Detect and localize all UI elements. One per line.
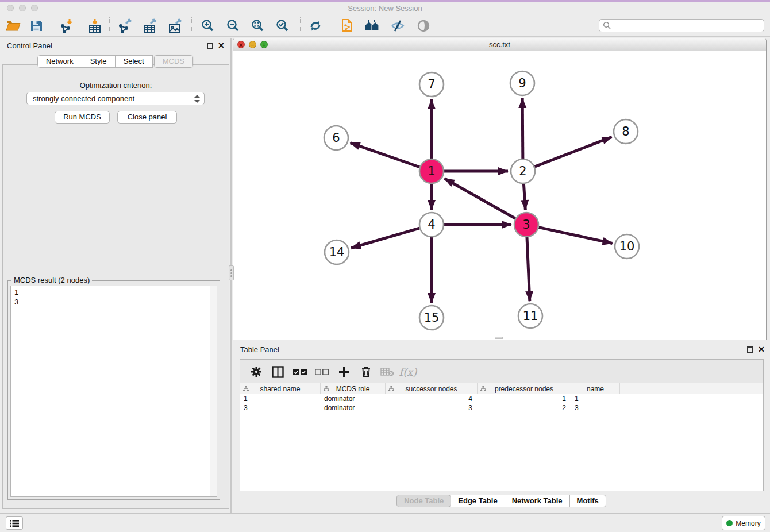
deselect-all-icon[interactable] (313, 364, 330, 380)
import-table-icon[interactable] (86, 18, 103, 34)
splitter-handle[interactable] (229, 265, 234, 280)
first-neighbors-icon[interactable] (307, 18, 324, 34)
close-panel-icon[interactable]: ✕ (758, 345, 765, 354)
table-cell[interactable]: 1 (478, 394, 571, 403)
select-all-icon[interactable] (291, 364, 309, 380)
column-header-successor-nodes[interactable]: successor nodes (386, 383, 478, 394)
show-panels-button[interactable] (6, 516, 23, 530)
export-image-icon[interactable] (167, 18, 184, 34)
mcds-result-list[interactable]: 1 3 (10, 286, 217, 497)
column-header-name[interactable]: name (571, 383, 620, 394)
network-window-titlebar[interactable]: ✕ − + scc.txt (233, 38, 766, 51)
table-cell[interactable]: 2 (478, 403, 571, 413)
canvas-grip[interactable] (495, 337, 503, 339)
zoom-fit-icon[interactable] (249, 18, 267, 34)
memory-button[interactable]: Memory (722, 516, 765, 530)
mcds-result-group: MCDS result (2 nodes) 1 3 (7, 280, 220, 500)
hide-selected-icon[interactable] (389, 18, 406, 34)
tab-node-table[interactable]: Node Table (396, 495, 451, 507)
table-cell[interactable]: 3 (386, 403, 478, 413)
network-canvas[interactable]: 7968124314101511 (233, 51, 766, 340)
table-row[interactable]: 1dominator411 (240, 394, 763, 403)
function-builder-icon[interactable]: f(x) (399, 364, 417, 380)
graph-edge-2-8[interactable] (535, 137, 612, 167)
save-session-icon[interactable] (28, 18, 45, 34)
graph-node-14[interactable]: 14 (325, 240, 349, 264)
graph-node-2[interactable]: 2 (511, 159, 535, 183)
criterion-dropdown[interactable]: strongly connected component (26, 92, 205, 105)
table-cell[interactable]: 4 (386, 394, 478, 403)
column-label: predecessor nodes (495, 385, 553, 393)
run-mcds-button[interactable]: Run MCDS (55, 111, 110, 124)
graph-node-8[interactable]: 8 (614, 119, 638, 144)
show-graphics-details-icon[interactable] (364, 18, 382, 34)
tab-network-table[interactable]: Network Table (505, 495, 570, 507)
zoom-out-icon[interactable] (225, 18, 242, 34)
new-network-from-selection-icon[interactable] (339, 18, 356, 34)
os-titlebar[interactable]: Session: New Session (0, 2, 770, 14)
delete-column-icon[interactable] (357, 364, 375, 380)
application-window: Session: New Session (0, 0, 770, 532)
table-cell[interactable]: 1 (571, 394, 620, 403)
float-panel-icon[interactable] (747, 346, 753, 353)
import-network-icon[interactable] (59, 18, 76, 34)
table-cell[interactable]: dominator (321, 394, 386, 403)
column-header-shared-name[interactable]: shared name (240, 383, 321, 394)
control-panel: Control Panel ✕ NetworkStyleSelectMCDS O… (0, 38, 232, 513)
toolbar-separator (332, 17, 332, 34)
tab-select[interactable]: Select (116, 55, 153, 68)
tab-style[interactable]: Style (82, 55, 116, 68)
graph-node-15[interactable]: 15 (419, 306, 444, 330)
toolbar-separator (51, 17, 51, 34)
memory-label: Memory (736, 519, 760, 527)
graph-node-7[interactable]: 7 (419, 72, 444, 97)
graph-node-4[interactable]: 4 (419, 213, 444, 237)
graph-edge-4-14[interactable] (351, 228, 419, 248)
delete-table-icon[interactable] (379, 364, 396, 380)
tab-edge-table[interactable]: Edge Table (451, 495, 505, 507)
export-table-icon[interactable] (141, 18, 159, 34)
add-column-icon[interactable] (336, 364, 353, 380)
graph-node-1[interactable]: 1 (419, 159, 444, 183)
graph-node-10[interactable]: 10 (615, 234, 639, 259)
zoom-selected-icon[interactable] (274, 18, 291, 34)
graph-node-11[interactable]: 11 (518, 304, 542, 328)
search-input[interactable] (611, 22, 764, 30)
control-panel-title: Control Panel (7, 41, 52, 50)
graph-node-3[interactable]: 3 (514, 213, 538, 237)
bird-eye-view-icon[interactable] (415, 18, 432, 34)
list-icon (9, 519, 20, 527)
network-title: scc.txt (233, 40, 766, 49)
graph-edge-3-11[interactable] (527, 237, 530, 301)
export-network-icon[interactable] (117, 18, 134, 34)
column-settings-icon[interactable] (248, 364, 265, 380)
tab-network[interactable]: Network (37, 55, 82, 68)
split-view-icon[interactable] (269, 364, 286, 380)
graph-node-6[interactable]: 6 (324, 126, 348, 150)
column-header-predecessor-nodes[interactable]: predecessor nodes (478, 383, 571, 394)
graph-edge-3-10[interactable] (538, 228, 612, 244)
table-cell[interactable]: dominator (321, 403, 386, 413)
graph-edge-2-9[interactable] (522, 98, 523, 159)
search-field[interactable] (599, 19, 764, 32)
zoom-in-icon[interactable] (199, 18, 217, 34)
hierarchy-icon (243, 386, 249, 391)
result-scrollbar[interactable] (210, 286, 217, 496)
close-panel-icon[interactable]: ✕ (218, 41, 225, 50)
graph-edge-3-1[interactable] (445, 179, 515, 218)
graph-edge-2-3[interactable] (523, 184, 525, 210)
tab-motifs[interactable]: Motifs (570, 495, 606, 507)
table-cell[interactable]: 1 (240, 394, 321, 403)
table-cell[interactable]: 3 (571, 403, 620, 413)
graph-node-9[interactable]: 9 (510, 71, 534, 95)
table-panel: Table Panel ✕ (233, 342, 770, 511)
float-panel-icon[interactable] (207, 43, 213, 49)
tab-mcds[interactable]: MCDS (154, 55, 193, 68)
table-cell[interactable]: 3 (240, 403, 321, 413)
table-row[interactable]: 3dominator323 (240, 403, 763, 413)
open-session-icon[interactable] (5, 18, 22, 34)
graph-edge-1-6[interactable] (351, 143, 420, 167)
network-graph[interactable]: 7968124314101511 (233, 51, 766, 340)
close-panel-button[interactable]: Close panel (117, 111, 177, 124)
column-header-MCDS-role[interactable]: MCDS role (321, 383, 386, 394)
